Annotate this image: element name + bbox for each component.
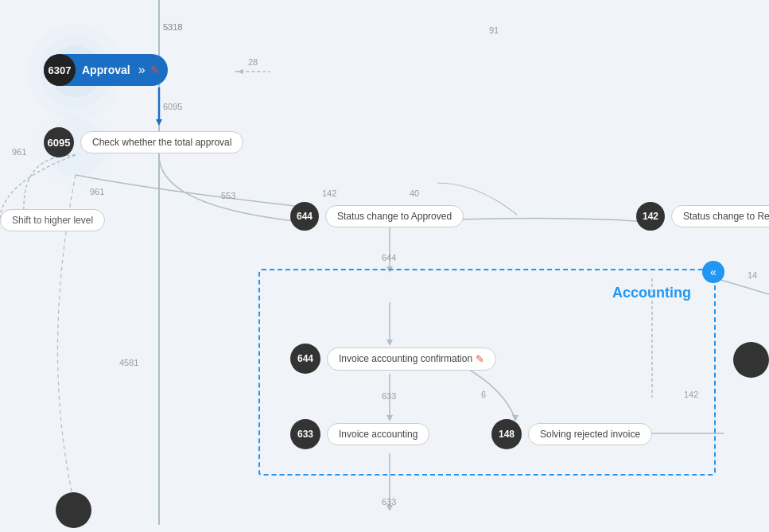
edge-label-961-left: 961 [12,147,26,157]
invoice-accounting-id: 633 [290,419,320,449]
bottom-left-node[interactable] [56,492,91,528]
edge-label-553: 553 [221,191,235,200]
edge-label-28: 28 [248,57,258,67]
accounting-title: Accounting [612,285,691,301]
check-total-label: Check whether the total approval [80,131,243,153]
check-total-node[interactable]: 6095 Check whether the total approval [44,127,243,157]
edit-icon: ✎ [150,64,160,76]
invoice-confirmation-id: 644 [290,344,320,374]
edge-label-4581: 4581 [119,358,138,367]
invoice-accounting-node[interactable]: 633 Invoice accounting [290,419,429,449]
status-approved-label: Status change to Approved [325,205,464,227]
edge-label-14: 14 [748,270,757,280]
bottom-right-node[interactable] [733,342,769,378]
invoice-confirmation-label: Invoice accounting confirmation ✎ [327,348,496,371]
edge-label-5318-text: 5318 [163,22,182,32]
svg-line-16 [716,278,769,294]
status-approved-node[interactable]: 644 Status change to Approved [290,202,464,231]
edge-label-91: 91 [489,25,499,35]
approval-label: Approval [82,64,130,76]
approval-node[interactable]: 6307 Approval » ✎ [44,54,168,86]
status-rejected-label: Status change to Rejected [671,205,769,227]
edge-label-142-top: 142 [322,188,336,198]
status-approved-id: 644 [290,202,319,231]
check-total-id-circle: 6095 [44,127,74,157]
invoice-confirmation-edit-icon: ✎ [476,353,484,365]
svg-marker-3 [156,119,162,126]
edge-label-40: 40 [410,188,419,198]
invoice-confirmation-node[interactable]: 644 Invoice accounting confirmation ✎ [290,344,496,374]
status-rejected-node[interactable]: 142 Status change to Rejected [636,202,769,231]
invoice-accounting-label: Invoice accounting [327,423,429,445]
edge-label-633-bottom: 633 [382,497,396,507]
solving-rejected-label: Solving rejected invoice [528,423,652,445]
edge-label-6095: 6095 [163,102,182,111]
status-rejected-id: 142 [636,202,665,231]
collapse-button[interactable]: « [702,261,724,283]
process-canvas: 5318 5318 28 6095 961 961 553 142 40 91 … [0,0,769,532]
solving-rejected-node[interactable]: 148 Solving rejected invoice [491,419,652,449]
chevrons-icon: » [138,63,146,77]
approval-id-circle: 6307 [44,54,76,86]
edge-label-961-bottom: 961 [90,187,104,196]
edge-label-644: 644 [382,253,396,262]
solving-rejected-id: 148 [491,419,522,449]
shift-higher-node[interactable]: Shift to higher level [0,209,105,231]
svg-marker-13 [237,69,243,74]
